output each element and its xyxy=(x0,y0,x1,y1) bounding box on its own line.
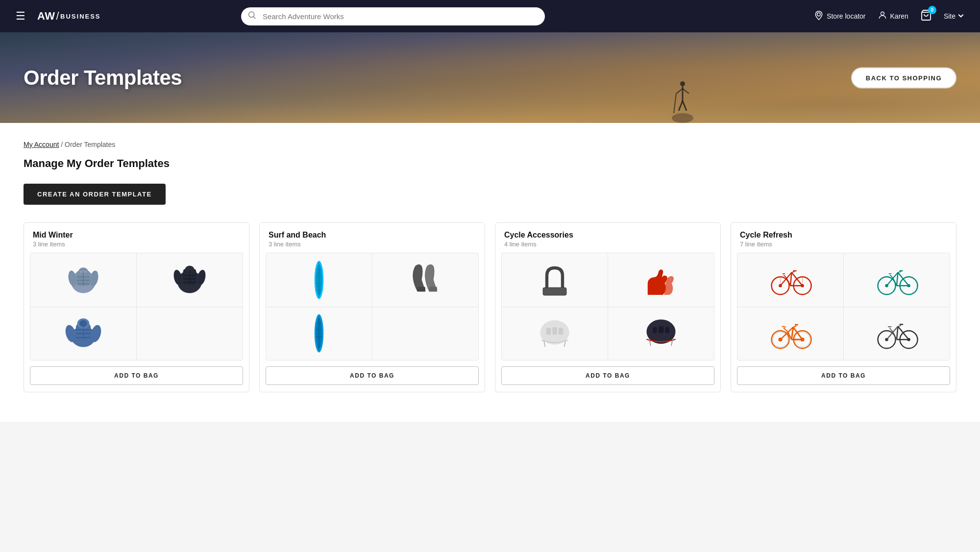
template-title-surf-and-beach: Surf and Beach xyxy=(269,231,476,240)
template-image-cell xyxy=(266,253,372,307)
cart-badge: 0 xyxy=(928,6,936,14)
logo-aw-text: AW xyxy=(37,10,55,23)
template-images-cycle-refresh xyxy=(737,253,950,360)
svg-point-5 xyxy=(672,113,693,123)
breadcrumb-current: Order Templates xyxy=(65,141,115,148)
svg-rect-49 xyxy=(429,287,437,292)
add-to-bag-button-cycle-refresh[interactable]: ADD TO BAG xyxy=(737,366,950,385)
svg-line-9 xyxy=(683,89,689,94)
template-card-header-mid-winter: Mid Winter 3 line items xyxy=(24,223,249,253)
template-image-cell xyxy=(737,307,843,360)
search-input[interactable] xyxy=(241,7,545,25)
template-image-cell xyxy=(266,307,372,360)
template-image-cell xyxy=(844,307,950,360)
template-card-header-cycle-refresh: Cycle Refresh 7 line items xyxy=(731,223,956,253)
template-image-cell xyxy=(737,253,843,307)
template-images-surf-and-beach xyxy=(266,253,479,360)
product-image-helmet-dark xyxy=(641,316,681,351)
svg-line-124 xyxy=(893,332,897,339)
svg-line-78 xyxy=(790,273,791,286)
back-to-shopping-button[interactable]: BACK TO SHOPPING xyxy=(851,67,956,88)
svg-point-2 xyxy=(817,13,821,16)
svg-line-83 xyxy=(791,272,794,273)
templates-grid: Mid Winter 3 line items xyxy=(24,222,956,392)
template-image-cell xyxy=(30,307,136,360)
add-to-bag-button-cycle-accessories[interactable]: ADD TO BAG xyxy=(501,366,714,385)
product-image-swim-fins xyxy=(406,260,445,299)
hero-silhouette xyxy=(669,69,696,123)
logo-slash: / xyxy=(56,10,59,23)
template-image-cell xyxy=(608,307,714,360)
hamburger-menu[interactable]: ☰ xyxy=(16,10,25,23)
svg-line-99 xyxy=(898,272,901,273)
svg-point-6 xyxy=(680,81,685,86)
template-images-mid-winter xyxy=(30,253,243,360)
svg-line-96 xyxy=(893,278,897,286)
template-title-mid-winter: Mid Winter xyxy=(33,231,240,240)
section-title: Manage My Order Templates xyxy=(24,157,956,170)
hero-banner: Order Templates BACK TO SHOPPING xyxy=(0,32,980,123)
template-subtitle-cycle-accessories: 4 line items xyxy=(504,240,711,248)
svg-line-122 xyxy=(897,326,898,339)
breadcrumb: My Account / Order Templates xyxy=(24,141,956,148)
template-title-cycle-accessories: Cycle Accessories xyxy=(504,231,711,240)
product-image-bike-black xyxy=(875,316,919,351)
cart-wrapper[interactable]: 0 xyxy=(920,9,932,23)
template-images-cycle-accessories xyxy=(501,253,714,360)
svg-rect-69 xyxy=(665,327,670,333)
template-subtitle-cycle-refresh: 7 line items xyxy=(740,240,947,248)
svg-line-12 xyxy=(674,94,676,113)
template-image-cell xyxy=(372,253,478,307)
product-image-surfboard-2 xyxy=(307,312,331,354)
site-dropdown[interactable]: Site xyxy=(944,12,964,21)
product-image-jacket-blue xyxy=(64,314,103,353)
template-image-cell xyxy=(502,253,608,307)
template-image-cell xyxy=(608,253,714,307)
search-bar-container xyxy=(241,7,545,25)
product-image-helmet-white xyxy=(535,316,574,351)
chevron-down-icon xyxy=(957,12,964,21)
svg-point-3 xyxy=(881,12,884,15)
template-title-cycle-refresh: Cycle Refresh xyxy=(740,231,947,240)
template-image-cell-empty xyxy=(372,307,478,360)
hero-title: Order Templates xyxy=(0,66,182,90)
breadcrumb-my-account[interactable]: My Account xyxy=(24,141,59,148)
product-image-jacket-dark xyxy=(170,260,209,299)
breadcrumb-separator: / xyxy=(61,141,65,148)
svg-line-127 xyxy=(898,325,901,326)
site-logo[interactable]: AW / BUSINESS xyxy=(37,10,101,23)
add-to-bag-button-mid-winter[interactable]: ADD TO BAG xyxy=(30,366,243,385)
template-image-cell xyxy=(30,253,136,307)
svg-rect-68 xyxy=(659,326,664,333)
svg-rect-56 xyxy=(543,288,566,295)
site-label: Site xyxy=(944,12,956,20)
svg-line-11 xyxy=(683,101,686,111)
site-header: ☰ AW / BUSINESS Store locator xyxy=(0,0,980,32)
svg-line-111 xyxy=(782,326,786,327)
user-icon xyxy=(878,10,887,23)
add-to-bag-button-surf-and-beach[interactable]: ADD TO BAG xyxy=(266,366,479,385)
store-locator-label: Store locator xyxy=(827,12,865,20)
product-image-ulock xyxy=(535,260,574,299)
store-locator-link[interactable]: Store locator xyxy=(814,10,865,23)
svg-line-64 xyxy=(544,341,545,347)
location-icon xyxy=(814,10,824,23)
main-content: My Account / Order Templates Manage My O… xyxy=(0,123,980,422)
template-card-cycle-refresh: Cycle Refresh 7 line items xyxy=(731,222,956,392)
template-card-surf-and-beach: Surf and Beach 3 line items xyxy=(259,222,485,392)
template-image-cell xyxy=(502,307,608,360)
create-order-template-button[interactable]: CREATE AN ORDER TEMPLATE xyxy=(24,184,166,205)
product-image-jacket-gray xyxy=(64,260,103,299)
template-image-cell xyxy=(844,253,950,307)
svg-line-80 xyxy=(786,278,790,286)
template-subtitle-mid-winter: 3 line items xyxy=(33,240,240,248)
user-account-link[interactable]: Karen xyxy=(878,10,908,23)
header-actions: Store locator Karen 0 Site xyxy=(814,9,964,23)
svg-line-8 xyxy=(676,89,683,94)
product-image-bike-orange xyxy=(768,316,812,351)
logo-business-text: BUSINESS xyxy=(60,13,100,20)
template-image-cell xyxy=(137,253,243,307)
template-subtitle-surf-and-beach: 3 line items xyxy=(269,240,476,248)
product-image-bike-red xyxy=(768,263,812,297)
svg-line-65 xyxy=(564,341,565,347)
